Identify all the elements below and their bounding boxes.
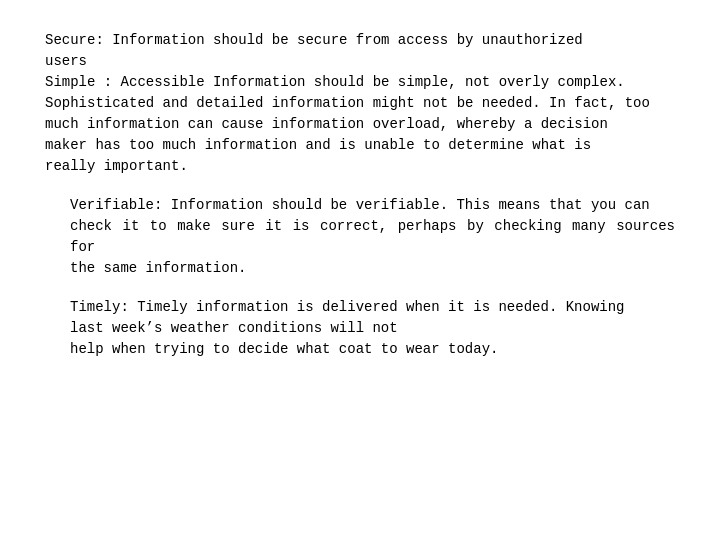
simple-text-line4: maker has too much information and is un… (45, 135, 675, 156)
main-content: Secure: Information should be secure fro… (0, 0, 720, 390)
timely-paragraph: Timely: Timely information is delivered … (70, 297, 675, 360)
secure-text-line1: Secure: Information should be secure fro… (45, 30, 675, 51)
secure-paragraph: Secure: Information should be secure fro… (45, 30, 675, 177)
timely-text-line3: help when trying to decide what coat to … (70, 339, 675, 360)
simple-text-line2: Sophisticated and detailed information m… (45, 93, 675, 114)
simple-text-line3: much information can cause information o… (45, 114, 675, 135)
timely-text-line1: Timely: Timely information is delivered … (70, 297, 675, 318)
simple-text-line5: really important. (45, 156, 675, 177)
secure-text-line2: users (45, 51, 675, 72)
verifiable-text-line1: Verifiable: Information should be verifi… (70, 195, 675, 216)
verifiable-text-line2: check it to make sure it is correct, per… (70, 216, 675, 258)
simple-text-line1: Simple : Accessible Information should b… (45, 72, 675, 93)
verifiable-paragraph: Verifiable: Information should be verifi… (70, 195, 675, 279)
timely-text-line2: last week’s weather conditions will not (70, 318, 675, 339)
verifiable-text-line3: the same information. (70, 258, 675, 279)
